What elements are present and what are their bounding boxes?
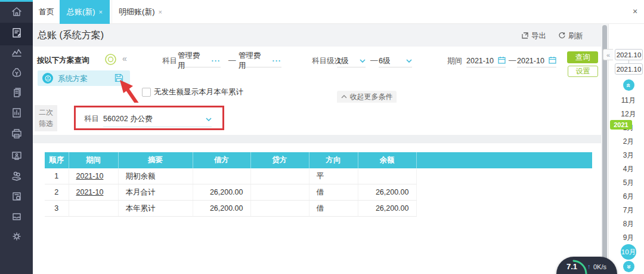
cell-debit: 26,200.00 [193,184,250,201]
refresh-label: 刷新 [568,31,583,41]
cell-direction: 借 [309,184,358,201]
sidebar-item-invoices[interactable] [0,84,33,104]
subject-from-field[interactable]: 管理费用 ··· [178,55,221,67]
settings-button[interactable]: 设置 [568,66,598,77]
subject-filter-label: 科目 [162,56,177,66]
collapse-more-label: 收起更多条件 [350,92,393,102]
sidebar-item-home[interactable] [0,3,33,23]
level-to-select[interactable]: 6级 [379,55,412,67]
tab-general-ledger-label: 总账(新) [67,7,95,17]
tab-home-label: 首页 [39,7,54,17]
scheme-ring-icon[interactable] [104,53,117,68]
money-bag-icon [11,66,23,81]
hand-coins-icon [11,170,23,184]
tab-close-icon[interactable]: × [159,8,162,16]
subject-picker-icon[interactable]: ··· [212,57,221,65]
subject-to-value: 管理费用 [239,51,268,71]
tab-detail-ledger[interactable]: 明细账(新) × [112,0,169,24]
period-from-value: 2021-10 [466,57,494,65]
calendar-icon[interactable] [549,56,556,66]
calendar-icon[interactable] [498,56,506,66]
month-item[interactable]: 5月 [615,178,642,187]
col-header-summary: 摘要 [118,152,193,168]
ledger-icon [11,27,23,41]
export-button[interactable]: 导出 [521,31,546,41]
gear-icon [11,230,23,245]
month-item[interactable]: 7月 [615,205,642,214]
sidebar-item-analytics[interactable] [0,44,33,64]
collapse-more-button[interactable]: 收起更多条件 [337,91,397,103]
col-header-direction: 方向 [309,152,358,168]
period-from-field[interactable]: 2021-10 [466,55,506,67]
subject-to-field[interactable]: 管理费用 ··· [239,55,281,67]
month-item[interactable]: 3月 [615,150,642,159]
speed-value: 7.1 [566,262,577,271]
col-header-debit: 借方 [193,152,250,168]
col-header-credit: 贷方 [250,152,309,168]
export-icon [521,32,529,41]
chevron-down-icon [360,59,366,63]
calendar-scroll-up-icon[interactable]: « [623,79,634,91]
cell-balance [358,168,416,184]
sidebar-item-salary[interactable] [0,167,33,187]
calendar-scroll-down-icon[interactable]: « [623,261,634,272]
panel-collapse-icon[interactable]: « [122,54,127,63]
cell-credit [250,168,309,184]
tab-general-ledger[interactable]: 总账(新) × [60,0,110,24]
refresh-button[interactable]: 刷新 [558,31,583,41]
cell-direction: 借 [309,201,358,217]
save-scheme-icon[interactable] [114,73,124,85]
no-activity-checkbox[interactable] [142,88,151,97]
tab-home[interactable]: 首页 [33,0,60,24]
sidebar-item-invoice-printer[interactable] [0,125,33,145]
sidebar-item-checkout[interactable] [0,187,33,208]
month-item[interactable]: 4月 [615,164,642,173]
range-dash: — [509,56,516,64]
level-from-select[interactable]: 1级 [337,55,366,67]
period-to-field[interactable]: 2021-10 [517,55,556,67]
export-label: 导出 [531,31,546,41]
window-close-icon[interactable]: × [630,7,640,16]
subject-from-value: 管理费用 [178,51,207,71]
sidebar-top-accent [0,0,33,2]
line-chart-icon [11,47,23,61]
cell-summary: 期初余额 [118,168,193,184]
network-speed-widget[interactable]: 7.1 ↑ 0K/s [556,257,617,274]
cell-period-link[interactable]: 2021-10 [69,184,118,201]
period-end-box[interactable]: 2021.10 [615,63,643,75]
month-item[interactable]: 11月 [615,96,642,104]
cell-direction: 平 [309,168,358,184]
cell-period-link[interactable]: 2021-10 [69,168,118,184]
refresh-icon [558,32,566,41]
upload-speed: 0K/s [593,263,606,270]
cell-balance: 26,200.00 [358,184,416,201]
sidebar-item-ledger[interactable] [0,23,33,45]
secondary-subject-select[interactable]: 560202 办公费 [103,114,212,127]
sidebar-item-settings[interactable] [0,227,33,248]
month-item[interactable]: 2月 [615,137,642,146]
period-start-box[interactable]: 2021.10 [615,49,643,60]
vertical-scrollbar[interactable] [601,24,608,274]
subject-picker-icon[interactable]: ··· [273,57,282,65]
tab-close-icon[interactable]: × [99,8,103,16]
calendar-collapse-icon[interactable]: « [603,49,613,60]
chevron-up-icon [341,95,347,98]
sidebar-item-reports[interactable] [0,104,33,124]
month-item[interactable]: 6月 [615,192,642,201]
secondary-filter-row: 二次 筛选 科目 560202 办公费 [33,103,601,135]
cell-debit [193,168,250,184]
chevron-down-icon [206,118,212,121]
sidebar-item-archive[interactable] [0,208,33,228]
month-item-selected[interactable]: 10月 [621,244,636,260]
table-row: 3 本年累计 26,200.00 借 26,200.00 [45,201,592,217]
month-item[interactable]: 9月 [615,233,642,242]
query-button[interactable]: 查询 [567,51,598,63]
period-filter-label: 期间 [447,56,462,66]
sidebar-item-funds[interactable] [0,63,33,84]
scrollbar-thumb[interactable] [602,25,607,272]
scheme-item-system[interactable]: 系统方案 [38,70,130,86]
month-item[interactable]: 8月 [615,219,642,228]
month-item[interactable]: 12月 [615,109,642,118]
col-header-filler [416,152,592,168]
sidebar-item-terminal[interactable] [0,146,33,167]
